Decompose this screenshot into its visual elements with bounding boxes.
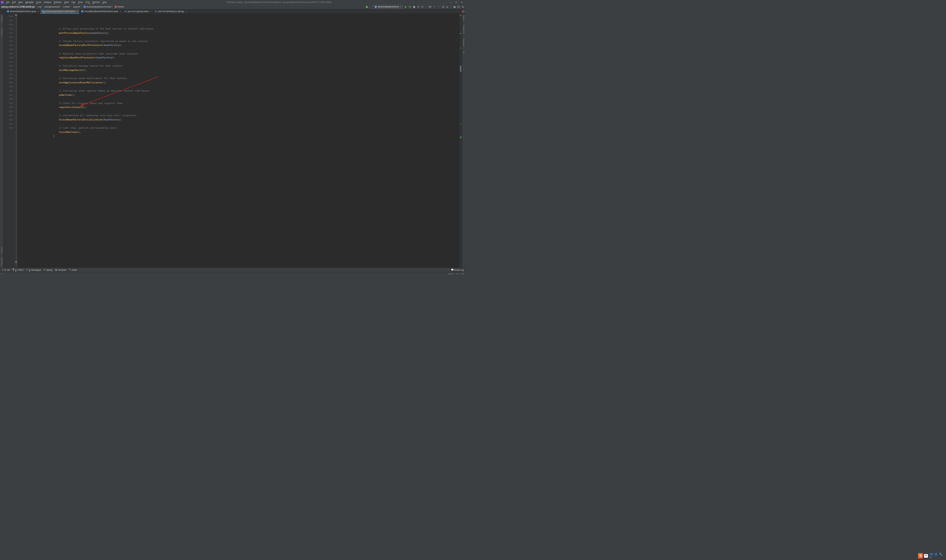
build-icon[interactable] [365,6,368,8]
tool-window-database[interactable]: Database [463,38,465,47]
line-number[interactable]: 537 [4,52,13,56]
menu-run[interactable]: Run [70,0,77,4]
tool-spring[interactable]: ✿Spring [44,269,52,271]
close-icon[interactable]: × [186,11,186,12]
code-line[interactable]: // Register bean processors that interce… [19,52,459,56]
ide-updates-icon[interactable] [457,6,460,8]
breadcrumb-item[interactable]: context [63,6,70,8]
menu-code[interactable]: Code [35,0,42,4]
breadcrumb-item[interactable]: support [73,6,80,8]
close-icon[interactable]: × [37,11,39,12]
menu-view[interactable]: View [17,0,24,4]
menu-edit[interactable]: Edit [11,0,17,4]
search-everywhere-icon[interactable] [462,6,464,8]
code-line[interactable] [19,72,459,77]
editor-tab[interactable]: AnnotationBeanDefinitionDemo.java× [80,9,123,14]
menu-navigate[interactable]: Navigate [24,0,35,4]
editor-tab[interactable]: mpom.xml (spring-bean)× [123,9,153,14]
code-line[interactable] [19,122,459,126]
menu-tools[interactable]: Tools [77,0,84,4]
code-line[interactable] [19,35,459,39]
code-line[interactable]: postProcessBeanFactory(beanFactory); [19,31,459,35]
fold-handle-icon[interactable] [15,14,17,16]
line-number[interactable]: 539 [4,60,13,64]
code-line[interactable]: initApplicationEventMulticaster(); [19,81,459,85]
code-line[interactable] [19,60,459,64]
line-number[interactable]: 552 [4,114,13,118]
tool-window-project[interactable]: 1: Project [1,15,3,24]
breadcrumb-item[interactable]: spring-context-5.2.2.RELEASE.jar [1,6,35,8]
breadcrumb-item[interactable]: org [38,6,41,8]
line-number[interactable]: 534 [4,39,13,44]
line-number[interactable]: 528 [4,14,13,19]
tool-git[interactable]: ⎇9: Git [2,269,10,271]
code-line[interactable] [19,48,459,52]
close-icon[interactable]: × [150,11,151,12]
line-number[interactable]: 533 [4,35,13,39]
vcs-commit-icon[interactable] [438,6,440,8]
code-line[interactable]: finishBeanFactoryInitialization(beanFact… [19,118,459,122]
code-line[interactable] [19,110,459,114]
code-line[interactable]: // Initialize message source for this co… [19,64,459,68]
line-number[interactable]: 551 [4,110,13,114]
tool-window-favorites[interactable]: 2: Favorites [1,257,3,268]
line-number[interactable]: 532 [4,31,13,35]
code-line[interactable]: initMessageSource(); [19,68,459,72]
caret-position[interactable]: 516:17 [448,273,454,275]
line-number[interactable]: 548 [4,97,13,102]
code-line[interactable]: // Check for listener beans and register… [19,102,459,106]
editor-tab[interactable]: AbstractApplicationContext.java× [40,9,80,14]
vcs-update-icon[interactable] [433,6,436,8]
line-number[interactable]: 547 [4,93,13,97]
line-number[interactable]: 535 [4,43,13,48]
window-close-icon[interactable]: ✕ [461,1,463,4]
tool-window-ant[interactable]: Ant [463,50,465,54]
code-line[interactable]: registerListeners(); [19,105,459,110]
vcs-history-icon[interactable] [442,6,444,8]
tool-window-commit[interactable]: Commit [1,246,3,254]
window-minimize-icon[interactable]: — [450,1,452,4]
line-separator[interactable]: LF [456,273,459,275]
tool-window-structure[interactable]: 7: Structure [1,27,3,37]
window-maximize-icon[interactable]: ▢ [455,1,458,4]
menu-file[interactable]: File [5,0,11,4]
code-line[interactable]: // Initialize event multicaster for this… [19,77,459,81]
code-area[interactable]: // Allows post-processing of the bean fa… [17,14,459,267]
menu-help[interactable]: Help [101,0,108,4]
breadcrumb-item[interactable]: AbstractApplicationContext [83,6,111,8]
line-number[interactable]: 541 [4,68,13,72]
line-number[interactable]: 536 [4,48,13,52]
line-number[interactable]: 550 [4,105,13,110]
code-line[interactable]: // Instantiate all remaining (non-lazy-i… [19,114,459,118]
close-icon[interactable]: × [120,11,120,12]
debug-icon[interactable] [408,6,411,8]
code-line[interactable]: // Initialize other special beans in spe… [19,89,459,93]
tool-build[interactable]: 🔨Build [69,269,77,271]
breadcrumb-item[interactable]: refresh [115,6,124,8]
tool-terminal[interactable]: ▣Terminal [55,269,66,271]
tool-messages[interactable]: ⓘ0: Messages [26,269,41,271]
ide-settings-icon[interactable] [453,6,456,8]
line-number[interactable]: 538 [4,56,13,60]
line-number[interactable]: 544 [4,81,13,85]
line-number[interactable]: 554 [4,122,13,126]
tool-event-log[interactable]: 💬Event Log [451,269,464,271]
coverage-icon[interactable] [413,6,416,8]
code-line[interactable] [19,85,459,89]
line-number[interactable]: 530 [4,23,13,27]
file-encoding[interactable]: UTF [461,273,464,275]
code-line[interactable]: } [19,134,459,138]
line-number[interactable]: 543 [4,77,13,81]
maven-tool-icon[interactable]: m [461,9,465,14]
line-number[interactable]: 546 [4,89,13,93]
fold-handle-icon[interactable] [15,261,17,263]
code-line[interactable]: registerBeanPostProcessors(beanFactory); [19,56,459,60]
tool-todo[interactable]: ≣6: TODO [12,269,23,271]
code-line[interactable]: onRefresh(); [19,93,459,97]
tool-window-maven[interactable]: Maven [463,15,465,22]
line-number[interactable]: 549 [4,102,13,106]
run-configuration-select[interactable]: C BeanInitializationDemo ▾ [373,5,403,9]
run-icon[interactable] [404,6,407,8]
line-number[interactable]: 540 [4,64,13,68]
breadcrumb-item[interactable]: springframework [44,6,60,8]
